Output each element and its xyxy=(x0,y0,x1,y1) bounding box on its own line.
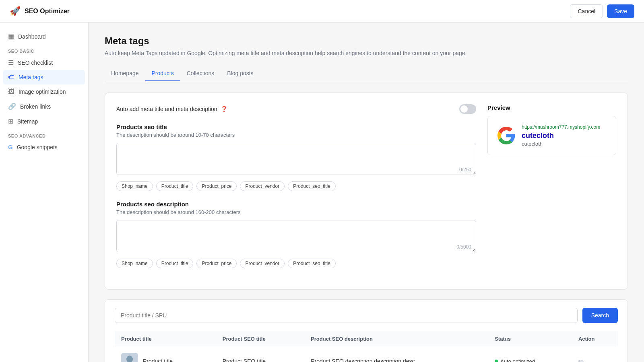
product-thumbnail xyxy=(121,353,138,362)
seo-title-char-count: 0/250 xyxy=(459,167,471,173)
image-icon: 🖼 xyxy=(8,88,14,95)
seo-description-input[interactable] xyxy=(116,220,476,252)
sitemap-icon: ⊞ xyxy=(8,117,13,125)
sidebar-item-label: Sitemap xyxy=(17,118,38,125)
tag-product-seo-title-desc[interactable]: Product_seo_title xyxy=(288,259,336,268)
product-title-text: Product title xyxy=(143,358,173,362)
cancel-button[interactable]: Cancel xyxy=(570,4,603,18)
tag-shop-name-desc[interactable]: Shop_name xyxy=(116,259,153,268)
seo-desc-label: Products seo description xyxy=(116,201,476,208)
tab-products[interactable]: Products xyxy=(145,66,180,81)
link-icon: 🔗 xyxy=(8,103,16,110)
preview-text: https://mushroom777.myshopify.com cutecl… xyxy=(522,124,600,147)
tag-product-price-title[interactable]: Product_price xyxy=(196,181,237,191)
seo-desc-char-count: 0/5000 xyxy=(456,244,471,250)
table-body: Product title Product SEO title Product … xyxy=(115,347,618,362)
product-image xyxy=(121,353,138,362)
meta-tags-card: Auto add meta title and meta description… xyxy=(105,93,628,290)
status-badge: Auto optimized xyxy=(495,358,566,362)
tag-shop-name-title[interactable]: Shop_name xyxy=(116,181,153,191)
col-product-title: Product title xyxy=(115,331,216,347)
seo-desc-wrap: 0/5000 xyxy=(116,220,476,254)
tab-collections[interactable]: Collections xyxy=(180,66,221,81)
col-seo-title: Product SEO title xyxy=(216,331,304,347)
sidebar-item-label: Meta tags xyxy=(19,74,43,80)
preview-card: https://mushroom777.myshopify.com cutecl… xyxy=(487,116,616,155)
seo-title-wrap: 0/250 xyxy=(116,143,476,177)
tag-product-title-title[interactable]: Product_title xyxy=(156,181,194,191)
save-button[interactable]: Save xyxy=(607,4,634,18)
tag-product-price-desc[interactable]: Product_price xyxy=(196,259,237,268)
status-text: Auto optimized xyxy=(500,358,535,362)
cell-status: Auto optimized xyxy=(488,347,572,362)
topbar-left: 🚀 SEO Optimizer xyxy=(10,6,70,16)
seo-title-tags: Shop_name Product_title Product_price Pr… xyxy=(116,181,476,191)
auto-add-toggle[interactable] xyxy=(459,104,476,114)
preview-title: Preview xyxy=(487,104,616,111)
google-logo-icon xyxy=(497,127,515,144)
status-dot xyxy=(495,360,498,362)
col-status: Status xyxy=(488,331,572,347)
help-icon[interactable]: ❓ xyxy=(221,106,227,112)
tag-product-vendor-desc[interactable]: Product_vendor xyxy=(240,259,285,268)
topbar: 🚀 SEO Optimizer Cancel Save xyxy=(0,0,644,23)
table-row: Product title Product SEO title Product … xyxy=(115,347,618,362)
toggle-label: Auto add meta title and meta description… xyxy=(116,106,227,112)
app-title: SEO Optimizer xyxy=(25,8,70,15)
tag-product-title-desc[interactable]: Product_title xyxy=(156,259,194,268)
preview-section: Preview https://mushroom777.myshopify.co… xyxy=(487,104,616,278)
product-table-wrap: Product title Product SEO title Product … xyxy=(115,331,618,362)
topbar-actions: Cancel Save xyxy=(570,4,634,18)
sidebar-section-seo-basic: SEO Basic xyxy=(0,44,88,55)
cell-seo-description: Product SEO description description desc xyxy=(304,347,488,362)
sidebar-item-google-snippets[interactable]: G Google snippets xyxy=(0,140,88,154)
preview-url: https://mushroom777.myshopify.com xyxy=(522,124,600,130)
checklist-icon: ☰ xyxy=(8,59,14,66)
sidebar-item-label: Image optimization xyxy=(19,88,66,95)
main-content: Meta tags Auto keep Meta Tags updated in… xyxy=(89,23,644,362)
tag-icon: 🏷 xyxy=(8,74,14,81)
search-row: Search xyxy=(115,308,618,323)
sidebar-item-dashboard[interactable]: ▦ Dashboard xyxy=(0,29,88,44)
sidebar-item-label: Google snippets xyxy=(17,144,58,150)
sidebar-item-label: Broken links xyxy=(20,103,51,110)
edit-icon[interactable]: ✏ xyxy=(578,358,584,362)
cell-product-title: Product title xyxy=(115,347,216,362)
preview-description: cutecloth xyxy=(522,141,600,147)
cell-action: ✏ xyxy=(572,347,618,362)
sidebar-item-sitemap[interactable]: ⊞ Sitemap xyxy=(0,114,88,129)
tab-homepage[interactable]: Homepage xyxy=(105,66,145,81)
tab-blog-posts[interactable]: Blog posts xyxy=(221,66,260,81)
col-action: Action xyxy=(572,331,618,347)
sidebar-item-image-optimization[interactable]: 🖼 Image optimization xyxy=(0,84,88,99)
search-button[interactable]: Search xyxy=(582,308,618,323)
sidebar-item-label: Dashboard xyxy=(18,33,46,40)
dashboard-icon: ▦ xyxy=(8,33,14,40)
product-table: Product title Product SEO title Product … xyxy=(115,331,618,362)
seo-desc-hint: The description should be around 160-200… xyxy=(116,209,476,215)
tabs: Homepage Products Collections Blog posts xyxy=(105,66,628,81)
table-header: Product title Product SEO title Product … xyxy=(115,331,618,347)
toggle-text: Auto add meta title and meta description xyxy=(116,106,217,112)
layout: ▦ Dashboard SEO Basic ☰ SEO checklist 🏷 … xyxy=(0,23,644,362)
app-logo-icon: 🚀 xyxy=(10,6,21,16)
search-input[interactable] xyxy=(115,308,578,323)
content-row: Auto add meta title and meta description… xyxy=(116,104,616,278)
sidebar-section-seo-advanced: SEO Advanced xyxy=(0,129,88,140)
product-search-section: Search Product title Product SEO title P… xyxy=(105,299,628,362)
seo-desc-tags: Shop_name Product_title Product_price Pr… xyxy=(116,259,476,268)
sidebar-item-broken-links[interactable]: 🔗 Broken links xyxy=(0,99,88,114)
tag-product-vendor-title[interactable]: Product_vendor xyxy=(240,181,285,191)
sidebar-item-label: SEO checklist xyxy=(18,60,53,66)
toggle-row: Auto add meta title and meta description… xyxy=(116,104,476,114)
tag-product-seo-title-title[interactable]: Product_seo_title xyxy=(288,181,336,191)
page-title: Meta tags xyxy=(105,35,628,47)
sidebar: ▦ Dashboard SEO Basic ☰ SEO checklist 🏷 … xyxy=(0,23,89,362)
form-section: Auto add meta title and meta description… xyxy=(116,104,476,278)
sidebar-item-meta-tags[interactable]: 🏷 Meta tags xyxy=(3,70,85,84)
sidebar-item-seo-checklist[interactable]: ☰ SEO checklist xyxy=(0,55,88,70)
col-seo-description: Product SEO description xyxy=(304,331,488,347)
preview-sitename: cutecloth xyxy=(522,132,600,140)
page-description: Auto keep Meta Tags updated in Google. O… xyxy=(105,50,628,56)
seo-title-input[interactable] xyxy=(116,143,476,175)
